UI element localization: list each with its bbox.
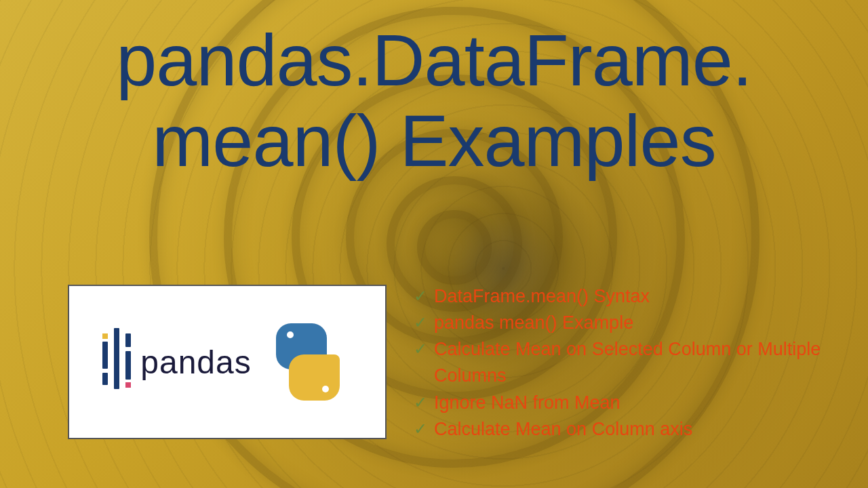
- bullet-text: pandas mean() Example: [434, 310, 854, 336]
- checkmark-icon: ✓: [414, 311, 427, 335]
- checkmark-icon: ✓: [414, 338, 427, 361]
- bullet-list: ✓ DataFrame.mean() Syntax ✓ pandas mean(…: [414, 283, 854, 443]
- pandas-wordmark: pandas: [140, 344, 251, 381]
- pandas-bars-icon: [102, 328, 131, 396]
- title-line-2: mean() Examples: [152, 100, 715, 182]
- bullet-text: Calculate Mean on Selected Column or Mul…: [434, 336, 854, 389]
- list-item: ✓ Calculate Mean on Column axis: [414, 416, 854, 443]
- checkmark-icon: ✓: [414, 285, 427, 308]
- list-item: ✓ pandas mean() Example: [414, 310, 854, 336]
- pandas-logo: pandas: [102, 328, 251, 396]
- python-logo-icon: [264, 318, 352, 406]
- list-item: ✓ DataFrame.mean() Syntax: [414, 283, 854, 310]
- list-item: ✓ Calculate Mean on Selected Column or M…: [414, 336, 854, 389]
- logo-panel: pandas: [68, 285, 387, 439]
- checkmark-icon: ✓: [414, 391, 427, 415]
- list-item: ✓ Ignore NaN from Mean: [414, 390, 854, 416]
- slide-title: pandas.DataFrame. mean() Examples: [34, 20, 834, 182]
- checkmark-icon: ✓: [414, 418, 427, 441]
- title-line-1: pandas.DataFrame.: [116, 19, 752, 101]
- bullet-text: Calculate Mean on Column axis: [434, 416, 854, 443]
- bullet-text: Ignore NaN from Mean: [434, 390, 854, 416]
- bullet-text: DataFrame.mean() Syntax: [434, 283, 854, 310]
